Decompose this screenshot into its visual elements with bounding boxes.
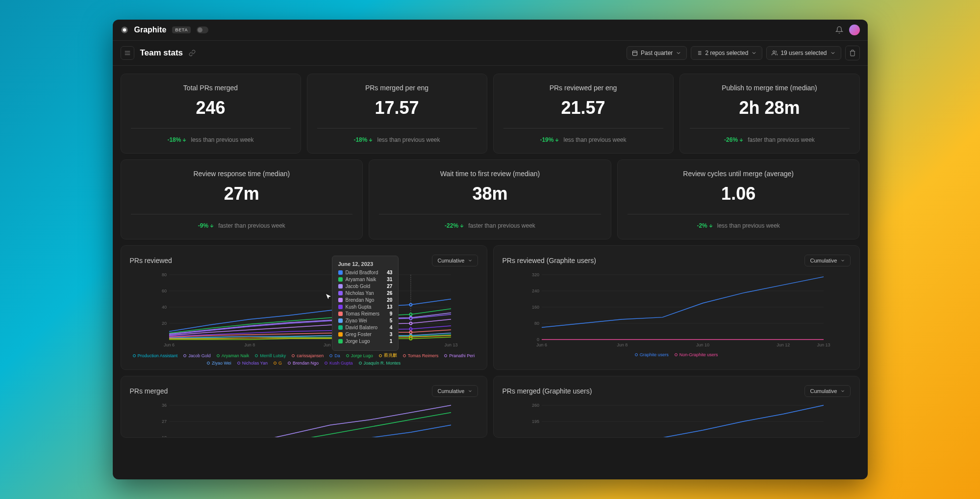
users-icon [772, 50, 778, 56]
legend-item[interactable]: Joaquín R. Montes [359, 361, 401, 366]
metric-card: Review response time (median) 27m -9% fa… [121, 159, 363, 239]
time-range-label: Past quarter [641, 50, 673, 56]
metric-value: 21.57 [503, 98, 663, 118]
time-range-filter[interactable]: Past quarter [627, 46, 687, 60]
metric-label: Wait time to first review (median) [379, 170, 601, 178]
chart-mode-selector[interactable]: Cumulative [804, 255, 850, 266]
repos-filter[interactable]: 2 repos selected [691, 46, 762, 60]
metrics-row-2: Review response time (median) 27m -9% fa… [121, 159, 860, 239]
arrow-down-icon [739, 137, 744, 142]
chart-mode-selector[interactable]: Cumulative [432, 255, 477, 266]
legend-item[interactable]: Nicholas Yan [237, 361, 268, 366]
arrow-down-icon [554, 137, 559, 142]
tooltip-date: June 12, 2023 [338, 261, 393, 267]
legend-item[interactable]: Production Assistant [133, 352, 178, 359]
users-filter[interactable]: 19 users selected [766, 46, 841, 60]
chevron-down-icon [751, 50, 757, 56]
tooltip-row: David Bradford43 [338, 270, 393, 275]
tooltip-row: Ziyao Wei5 [338, 318, 393, 323]
repos-filter-label: 2 repos selected [705, 50, 748, 56]
legend-item[interactable]: Merrill Lutsky [255, 352, 286, 359]
content-area: Total PRs merged 246 -18% less than prev… [113, 66, 868, 451]
app-window: Graphite BETA Team stats Past quarter [113, 20, 868, 479]
svg-text:Jun 6: Jun 6 [536, 342, 547, 347]
tooltip-row: Nicholas Yan26 [338, 290, 393, 296]
theme-toggle[interactable] [197, 26, 208, 33]
beta-badge: BETA [172, 26, 191, 33]
legend-item[interactable]: Ziyao Wei [207, 361, 231, 366]
sidebar-toggle-button[interactable] [121, 46, 134, 60]
chart-mode-selector[interactable]: Cumulative [804, 385, 850, 397]
legend-item[interactable]: Graphite users [635, 352, 669, 357]
legend-item[interactable]: Jorge Lugo [346, 352, 373, 359]
legend-item[interactable]: Aryaman Naik [217, 352, 250, 359]
toolbar: Team stats Past quarter 2 repos selected… [113, 41, 868, 66]
chart-title: PRs reviewed [130, 257, 172, 264]
chevron-down-icon [830, 50, 836, 56]
chart-title: PRs merged [130, 387, 168, 395]
svg-point-35 [409, 313, 412, 315]
notifications-icon[interactable] [835, 26, 843, 34]
legend-item[interactable]: Jacob Gold [183, 352, 211, 359]
svg-text:Jun 8: Jun 8 [617, 342, 628, 347]
calendar-icon [632, 50, 638, 56]
metric-delta-pct: -18% [167, 136, 187, 143]
chart-canvas: 195260 [503, 403, 851, 437]
user-avatar[interactable] [849, 25, 860, 35]
tooltip-row: Jorge Lugo1 [338, 339, 393, 344]
copy-link-icon[interactable] [189, 50, 196, 56]
metric-label: Review cycles until merge (average) [628, 170, 850, 178]
svg-point-39 [409, 328, 412, 330]
chevron-down-icon [840, 258, 845, 263]
svg-text:Jun 8: Jun 8 [244, 342, 255, 347]
arrow-down-icon [708, 223, 713, 228]
legend-item[interactable]: 蔡兆麒 [379, 352, 397, 359]
svg-text:Jun 12: Jun 12 [777, 342, 790, 347]
metric-card: PRs reviewed per eng 21.57 -19% less tha… [493, 74, 674, 154]
graphite-logo-icon [121, 26, 128, 34]
svg-text:Jun 13: Jun 13 [817, 342, 830, 347]
legend-item[interactable]: carissajansen [292, 352, 324, 359]
legend-item[interactable]: G [274, 361, 282, 366]
metric-label: PRs reviewed per eng [503, 84, 663, 92]
metrics-row-1: Total PRs merged 246 -18% less than prev… [121, 74, 860, 154]
svg-text:Jun 13: Jun 13 [444, 342, 457, 347]
legend-item[interactable]: Pranathi Peri [444, 352, 475, 359]
chart-mode-selector[interactable]: Cumulative [432, 385, 477, 397]
legend-item[interactable]: Kush Gupta [325, 361, 353, 366]
arrow-down-icon [459, 223, 464, 228]
svg-text:36: 36 [161, 403, 166, 408]
legend-item[interactable]: Brendan Ngo [288, 361, 319, 366]
chart-prs-reviewed-graphite: PRs reviewed (Graphite users) Cumulative… [493, 245, 860, 370]
metric-card: Wait time to first review (median) 38m -… [369, 159, 611, 239]
metric-value: 1.06 [628, 184, 850, 204]
svg-text:80: 80 [161, 272, 166, 277]
users-filter-label: 19 users selected [780, 50, 827, 56]
metric-delta-pct: -19% [540, 136, 559, 143]
legend-item[interactable]: Da [329, 352, 340, 359]
svg-text:20: 20 [161, 321, 166, 326]
chart-canvas: 20406080Jun 6Jun 8Jun 10Jun 13 [130, 272, 478, 348]
chevron-down-icon [840, 389, 845, 394]
tooltip-row: Greg Foster3 [338, 332, 393, 337]
app-header: Graphite BETA [113, 20, 868, 41]
delete-button[interactable] [845, 46, 860, 60]
metric-delta-pct: -18% [353, 136, 373, 143]
svg-text:240: 240 [531, 289, 539, 293]
svg-text:40: 40 [161, 305, 166, 310]
chart-canvas: 080160240320Jun 6Jun 8Jun 10Jun 12Jun 13 [503, 272, 851, 348]
metric-value: 2h 28m [690, 98, 850, 118]
metric-delta-text: less than previous week [191, 136, 253, 143]
chart-legend: Production AssistantJacob GoldAryaman Na… [130, 352, 478, 366]
svg-text:0: 0 [536, 337, 539, 342]
tooltip-row: Kush Gupta13 [338, 304, 393, 310]
svg-point-38 [409, 322, 412, 325]
legend-item[interactable]: Non-Graphite users [675, 352, 718, 357]
tooltip-row: Brendan Ngo20 [338, 297, 393, 303]
metric-delta-pct: -9% [198, 222, 214, 229]
legend-item[interactable]: Tomas Reimers [403, 352, 439, 359]
svg-text:60: 60 [161, 289, 166, 293]
chart-prs-merged-graphite: PRs merged (Graphite users) Cumulative 1… [493, 376, 860, 438]
metric-card: Total PRs merged 246 -18% less than prev… [121, 74, 301, 154]
svg-text:260: 260 [531, 403, 539, 408]
